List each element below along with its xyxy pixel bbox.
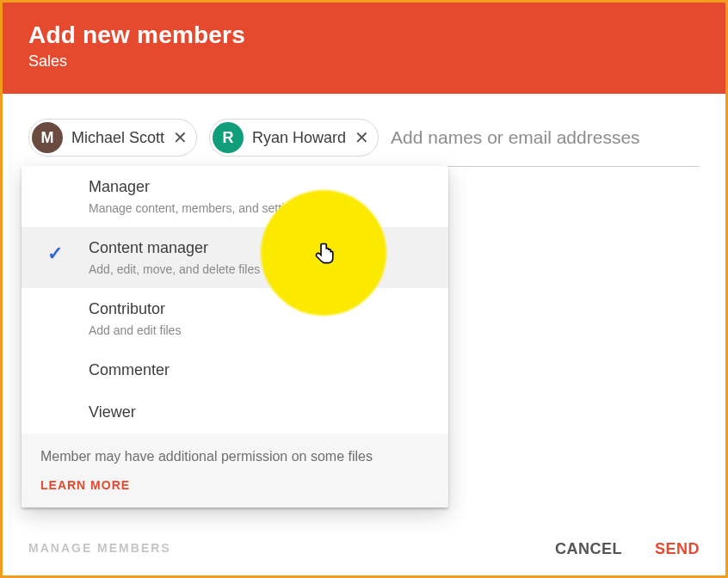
footer-note: Member may have additional permission on… (40, 449, 373, 464)
dialog-subtitle: Sales (28, 52, 700, 71)
role-option-viewer[interactable]: Viewer (22, 391, 448, 434)
role-option-content-manager[interactable]: ✓ Content manager Add, edit, move, and d… (22, 227, 448, 288)
role-label: Manager (89, 178, 429, 196)
role-label: Viewer (89, 403, 429, 421)
avatar: R (213, 122, 244, 153)
role-desc: Manage content, members, and settings (89, 201, 429, 215)
dialog-header: Add new members Sales (3, 3, 725, 94)
learn-more-link[interactable]: LEARN MORE (40, 478, 429, 492)
recipient-name: Ryan Howard (252, 129, 346, 147)
manage-members-link[interactable]: MANAGE MEMBERS (28, 541, 171, 555)
dialog-actions: CANCEL SEND (555, 540, 700, 558)
dialog-content: M Michael Scott ✕ R Ryan Howard ✕ (3, 94, 725, 167)
recipients-row: M Michael Scott ✕ R Ryan Howard ✕ (28, 118, 700, 157)
cancel-button[interactable]: CANCEL (555, 540, 622, 558)
role-desc: Add and edit files (89, 323, 429, 337)
send-button[interactable]: SEND (655, 540, 700, 558)
role-option-contributor[interactable]: Contributor Add and edit files (22, 288, 448, 349)
avatar-initial: R (223, 129, 234, 147)
avatar: M (32, 122, 63, 153)
role-label: Commenter (89, 361, 429, 379)
check-icon: ✓ (47, 243, 63, 265)
role-option-commenter[interactable]: Commenter (22, 349, 448, 391)
avatar-initial: M (41, 129, 54, 147)
recipient-name: Michael Scott (71, 129, 164, 147)
role-label: Contributor (89, 300, 429, 318)
role-desc: Add, edit, move, and delete files (89, 262, 429, 276)
recipient-chip[interactable]: R Ryan Howard ✕ (209, 119, 379, 157)
close-icon[interactable]: ✕ (355, 127, 369, 148)
role-label: Content manager (89, 239, 429, 257)
dialog-frame: Add new members Sales M Michael Scott ✕ … (0, 0, 728, 578)
recipients-input[interactable] (391, 127, 700, 148)
close-icon[interactable]: ✕ (173, 127, 188, 148)
role-option-manager[interactable]: Manager Manage content, members, and set… (22, 166, 448, 227)
dialog-title: Add new members (28, 22, 700, 49)
role-dropdown: Manager Manage content, members, and set… (22, 166, 448, 507)
dropdown-footer: Member may have additional permission on… (22, 434, 448, 507)
recipient-chip[interactable]: M Michael Scott ✕ (28, 119, 197, 157)
